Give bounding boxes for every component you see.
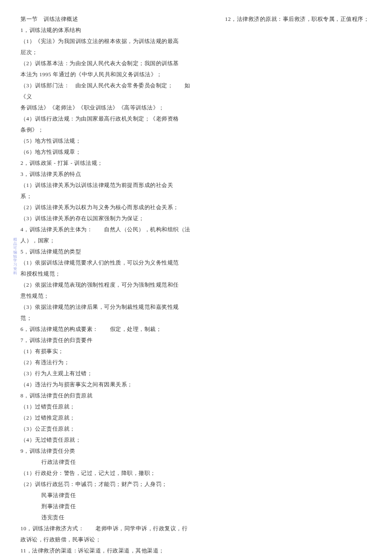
text-line: （1）训练法律关系为以训练法律规范为前提而形成的社会关 [20, 180, 199, 191]
text-line: （2）训练法律关系为以权力与义务为核心而形成的社会关系； [20, 202, 199, 213]
text-line: （3）训练部门法： 由全国人民代表大会常务委员会制定； 如《义 [20, 80, 199, 102]
text-line: 民事法律责任 [20, 490, 199, 501]
text-line: 2，训练政策 - 打算 - 训练法规； [20, 158, 199, 169]
text-line: 务训练法》《老师法》《职业训练法》《高等训练法》； [20, 102, 199, 113]
content-columns: 第一节 训练法律概述 1，训练法规的体系结构 （1）《宪法》为我国训练立法的根本… [20, 14, 372, 555]
text-line: （1）过错责任原就； [20, 401, 199, 412]
side-watermark: 精 品 可 编 辑 学 习 资 料 [12, 238, 18, 276]
text-line: （2）依据法律规范表现的强制性程度，可分为强制性规范和任 [20, 279, 199, 290]
text-line: （2）训练基本法：为由全国人民代表大会制定；我国的训练基 [20, 58, 199, 69]
text-line: 4，训练法律关系的主体为： 自然人（公民），机构和组织（法 [20, 224, 199, 235]
text-line: （2）过错推定原就； [20, 412, 199, 423]
text-line: 6，训练法律规范的构成要素： 假定，处理，制裁； [20, 324, 199, 335]
text-line: （4）违法行为与损害事实之间有因果关系； [20, 379, 199, 390]
text-line: 政诉讼，行政赔偿，民事诉讼； [20, 534, 199, 545]
text-line: （4）训练行政法规：为由国家最高行政机关制定；《老师资格 [20, 113, 199, 124]
text-line: 11，法律救济的渠道：诉讼渠道，行政渠道，其他渠道； [20, 545, 199, 555]
text-line: （1）行政处分：警告，记过，记大过，降职，撤职； [20, 468, 199, 479]
text-line: 范； [20, 313, 199, 324]
left-column: 第一节 训练法律概述 1，训练法规的体系结构 （1）《宪法》为我国训练立法的根本… [20, 14, 199, 555]
document-page: 精 品 可 编 辑 学 习 资 料 第一节 训练法律概述 1，训练法规的体系结构… [0, 0, 392, 555]
text-line: 系； [20, 191, 199, 202]
text-line: （5）地方性训练法规； [20, 135, 199, 147]
text-line: （3）公正责任原就； [20, 423, 199, 434]
text-line: 3，训练法律关系的特点 [20, 169, 199, 180]
right-column: 12，法律救济的原就：事后救济，职权专属，正值程序； [225, 14, 372, 555]
text-line: 第一节 训练法律概述 [20, 14, 199, 25]
text-line: 条例》； [20, 124, 199, 135]
text-line: 和授权性规范； [20, 268, 199, 279]
text-line: 行政法律责任 [20, 457, 199, 468]
text-line: （2）有违法行为； [20, 357, 199, 368]
side-char: 料 [12, 271, 18, 276]
text-line: （3）行为人主观上有过错； [20, 368, 199, 379]
text-line: （6）地方性训练规章； [20, 147, 199, 158]
text-line: （3）训练法律关系的存在以国家强制力为保证； [20, 213, 199, 224]
text-line: （1）依据训练法律规范要求人们的性质，可以分为义务性规范 [20, 257, 199, 268]
text-line: （3）依据法律规范的法律后果，可分为制裁性规范和嘉奖性规 [20, 302, 199, 313]
text-line: 刑事法律责任 [20, 501, 199, 512]
text-line: 8，训练法律责任的归责原就 [20, 390, 199, 401]
text-line: 违宪责任 [20, 512, 199, 523]
text-line: （1）《宪法》为我国训练立法的根本依据，为训练法规的最高 [20, 36, 199, 47]
text-line: 1，训练法规的体系结构 [20, 25, 199, 36]
text-line: 本法为 1995 年通过的《中华人民共和国义务训练法》； [20, 69, 199, 80]
text-line: （1）有损事实； [20, 346, 199, 357]
text-line: （4）无过错责任原就； [20, 434, 199, 446]
text-line: 7，训练法律责任的归责要件 [20, 335, 199, 346]
text-line: （2）训练行政惩罚：申诫罚；才能罚；财产罚；人身罚； [20, 479, 199, 490]
text-line: 层次； [20, 47, 199, 58]
text-line: 5，训练法律规范的类型 [20, 246, 199, 257]
text-line: 12，法律救济的原就：事后救济，职权专属，正值程序； [225, 14, 372, 25]
text-line: 人），国家； [20, 235, 199, 246]
text-line: 10，训练法律救济方式： 老师申诉，同学申诉，行政复议，行 [20, 523, 199, 534]
text-line: 意性规范； [20, 290, 199, 302]
text-line: 9，训练法律责任分类 [20, 446, 199, 457]
